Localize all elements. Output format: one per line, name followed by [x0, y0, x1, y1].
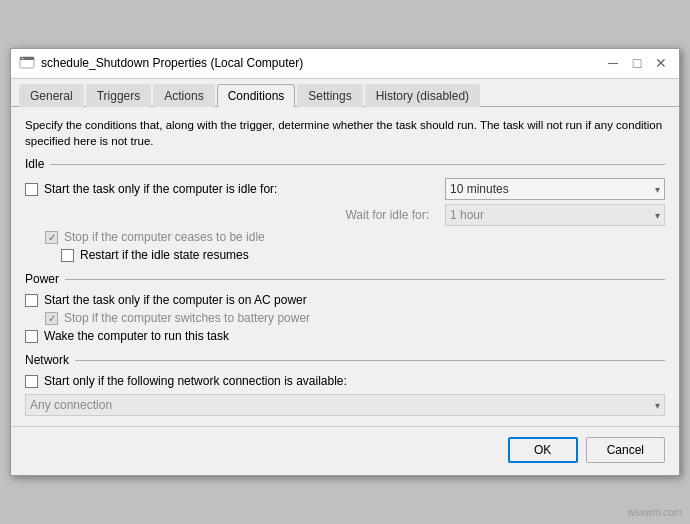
idle-restart-checkbox[interactable] — [61, 249, 74, 262]
tab-conditions[interactable]: Conditions — [217, 84, 296, 107]
title-bar-left: schedule_Shutdown Properties (Local Comp… — [19, 55, 303, 71]
cancel-button[interactable]: Cancel — [586, 437, 665, 463]
tab-triggers[interactable]: Triggers — [86, 84, 152, 107]
battery-row: Stop if the computer switches to battery… — [45, 309, 665, 327]
description-text: Specify the conditions that, along with … — [25, 117, 665, 149]
window-title: schedule_Shutdown Properties (Local Comp… — [41, 56, 303, 70]
power-section-header: Power — [25, 272, 665, 286]
power-section-title: Power — [25, 272, 59, 286]
network-connection-arrow: ▾ — [655, 400, 660, 411]
properties-dialog: schedule_Shutdown Properties (Local Comp… — [10, 48, 680, 476]
idle-duration-dropdown[interactable]: 10 minutes ▾ — [445, 178, 665, 200]
network-connection-dropdown[interactable]: Any connection ▾ — [25, 394, 665, 416]
title-controls: ─ □ ✕ — [603, 53, 671, 73]
idle-wait-label: Wait for idle for: — [45, 208, 439, 222]
network-label: Start only if the following network conn… — [44, 374, 665, 388]
wake-checkbox[interactable] — [25, 330, 38, 343]
network-section-line — [75, 360, 665, 361]
dialog-footer: OK Cancel — [11, 426, 679, 475]
tab-general[interactable]: General — [19, 84, 84, 107]
idle-start-row: Start the task only if the computer is i… — [25, 176, 665, 202]
idle-stop-checkbox[interactable] — [45, 231, 58, 244]
tabs-bar: General Triggers Actions Conditions Sett… — [11, 79, 679, 107]
network-row: Start only if the following network conn… — [25, 372, 665, 390]
idle-wait-row: Wait for idle for: 1 hour ▾ — [45, 202, 665, 228]
idle-stop-label: Stop if the computer ceases to be idle — [64, 230, 665, 244]
idle-wait-dropdown[interactable]: 1 hour ▾ — [445, 204, 665, 226]
power-section-line — [65, 279, 665, 280]
idle-start-checkbox[interactable] — [25, 183, 38, 196]
idle-wait-value: 1 hour — [450, 208, 484, 222]
ac-power-label: Start the task only if the computer is o… — [44, 293, 665, 307]
wake-label: Wake the computer to run this task — [44, 329, 665, 343]
tab-actions[interactable]: Actions — [153, 84, 214, 107]
battery-label: Stop if the computer switches to battery… — [64, 311, 665, 325]
window-icon — [19, 55, 35, 71]
idle-duration-value: 10 minutes — [450, 182, 509, 196]
idle-wait-arrow: ▾ — [655, 210, 660, 221]
minimize-button[interactable]: ─ — [603, 53, 623, 73]
watermark: wsxwm.com — [628, 507, 682, 518]
idle-restart-label: Restart if the idle state resumes — [80, 248, 665, 262]
network-connection-value: Any connection — [30, 398, 112, 412]
tab-history[interactable]: History (disabled) — [365, 84, 480, 107]
tab-content: Specify the conditions that, along with … — [11, 107, 679, 426]
ok-button[interactable]: OK — [508, 437, 578, 463]
wake-row: Wake the computer to run this task — [25, 327, 665, 345]
network-section-title: Network — [25, 353, 69, 367]
idle-section-title: Idle — [25, 157, 44, 171]
idle-section-header: Idle — [25, 157, 665, 171]
close-button[interactable]: ✕ — [651, 53, 671, 73]
network-checkbox[interactable] — [25, 375, 38, 388]
idle-restart-row: Restart if the idle state resumes — [61, 246, 665, 264]
title-bar: schedule_Shutdown Properties (Local Comp… — [11, 49, 679, 79]
svg-point-2 — [22, 58, 24, 60]
idle-section-line — [50, 164, 665, 165]
network-section-header: Network — [25, 353, 665, 367]
tab-settings[interactable]: Settings — [297, 84, 362, 107]
battery-checkbox[interactable] — [45, 312, 58, 325]
idle-start-label: Start the task only if the computer is i… — [44, 182, 439, 196]
maximize-button[interactable]: □ — [627, 53, 647, 73]
ac-power-checkbox[interactable] — [25, 294, 38, 307]
idle-duration-arrow: ▾ — [655, 184, 660, 195]
idle-stop-row: Stop if the computer ceases to be idle — [45, 228, 665, 246]
ac-power-row: Start the task only if the computer is o… — [25, 291, 665, 309]
